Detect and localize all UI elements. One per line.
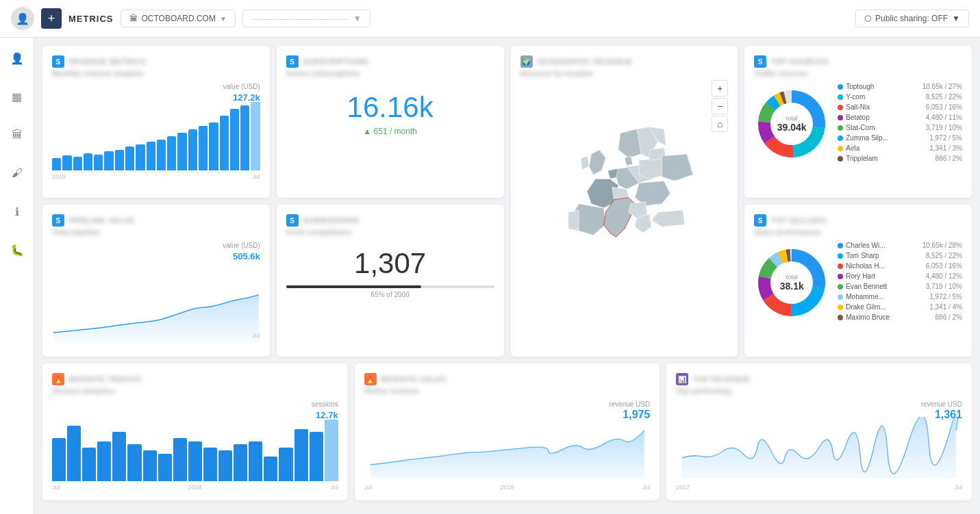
reset-button[interactable]: ⌂: [712, 116, 728, 132]
user-avatar[interactable]: 👤: [11, 7, 34, 30]
sbar-5: [112, 432, 126, 481]
add-button[interactable]: +: [41, 8, 62, 29]
sellers-name-3: Nicholas H...: [846, 262, 922, 270]
legend-item-8: Tripplelam 886 / 2%: [838, 155, 962, 162]
chart-label-top: value (USD): [223, 83, 260, 90]
big-number-subtitle: Active subscriptions: [286, 69, 494, 77]
revenue-bar-chart: value (USD) 127.2k: [52, 81, 260, 170]
pipeline-title: S PIPELINE VALUE: [52, 214, 260, 227]
bar-17: [220, 116, 229, 170]
share-icon: ⬡: [864, 14, 871, 23]
sellers-dot-1: [838, 243, 843, 248]
legend-name-1: Toptough: [846, 83, 919, 90]
sbar-10: [188, 441, 202, 482]
sessions-chart-value: 12.7k: [316, 410, 338, 420]
sellers-legend-item-5: Evan Bennett 3,719 / 10%: [838, 283, 962, 290]
org-dropdown-arrow: ▼: [220, 15, 227, 23]
topbar: 👤 + METRICS 🏛 OCTOBOARD.COM ▼ ——————————…: [0, 0, 980, 38]
sellers-name-5: Evan Bennett: [846, 283, 922, 290]
legend-name-2: Y-com: [846, 93, 922, 101]
big-number-icon: S: [286, 55, 299, 68]
legend-val-2: 8,525 / 22%: [926, 93, 962, 101]
bar-7: [115, 150, 124, 170]
legend-item-4: Betatop 4,480 / 11%: [838, 114, 962, 121]
legend-dot-3: [838, 105, 843, 110]
sbar-2: [67, 426, 81, 481]
legend-dot-8: [838, 156, 843, 162]
bar-9: [136, 144, 145, 170]
revenue-bar-subtitle: Monthly revenue analysis: [52, 69, 260, 77]
filter-dropdown[interactable]: ————————————— ▼: [242, 10, 370, 27]
bar-3: [73, 157, 82, 170]
progress-bar-container: [286, 285, 494, 288]
sidebar-item-info[interactable]: ℹ: [5, 199, 29, 224]
sub-value: 651 / month: [374, 127, 417, 136]
bar-16: [209, 123, 218, 170]
map-icon: 🌍: [520, 55, 533, 68]
sidebar-item-bank[interactable]: 🏛: [5, 123, 29, 147]
pipeline-label-top: value (USD): [223, 242, 260, 249]
donut-top-subtitle: Traffic sources: [754, 69, 962, 77]
chart-value: 127.2k: [233, 92, 260, 103]
sidebar-item-dashboard[interactable]: ▦: [5, 84, 29, 109]
sidebar-item-bug[interactable]: 🐛: [5, 237, 29, 262]
progress-icon: S: [286, 214, 299, 227]
pipeline-subtitle: Total pipeline: [52, 228, 260, 236]
arrow-up-icon: ▲: [363, 127, 371, 136]
sharing-dropdown-arrow: ▼: [952, 14, 960, 23]
legend-item-6: Zumma Silp... 1,972 / 5%: [838, 134, 962, 142]
donut-bottom-title: S TOP SELLERS: [754, 214, 962, 227]
public-sharing-button[interactable]: ⬡ Public sharing: OFF ▼: [855, 10, 969, 27]
bar-10: [147, 142, 155, 170]
donut-top-legend: Toptough 10.65k / 27% Y-com 8,525 / 22% …: [838, 83, 962, 165]
sellers-val-5: 3,719 / 10%: [926, 283, 962, 290]
revenue-area2-title: 📊 TOP REVENUE: [676, 373, 962, 385]
europe-map: [520, 84, 729, 344]
org-label: OCTOBOARD.COM: [142, 14, 216, 23]
bar-6: [104, 151, 113, 170]
legend-name-7: Airla: [846, 144, 927, 152]
sidebar-item-brush[interactable]: 🖌: [5, 161, 29, 185]
org-dropdown[interactable]: 🏛 OCTOBOARD.COM ▼: [121, 10, 236, 27]
sidebar-item-user[interactable]: 👤: [5, 46, 29, 70]
legend-name-3: Salt-Nix: [846, 103, 922, 111]
big-number-value: 16.16k: [286, 91, 494, 124]
donut-bottom-subtitle: Sales performance: [754, 228, 962, 236]
donut-top-center: total 39.04k: [777, 115, 807, 133]
donut-top-card: S TOP SOURCES Traffic sources: [744, 46, 972, 198]
revenue-area2-icon: 📊: [676, 373, 688, 385]
revenue-area2-chart: revenue USD 1,361: [676, 399, 962, 481]
sbar-8: [158, 454, 172, 482]
map-controls[interactable]: + − ⌂: [712, 80, 728, 132]
legend-name-6: Zumma Silp...: [846, 134, 927, 142]
zoom-out-button[interactable]: −: [712, 98, 728, 114]
sellers-dot-7: [838, 305, 843, 310]
sellers-dot-8: [838, 315, 843, 320]
sessions-chart: sessions 12.7k: [52, 399, 338, 481]
donut-bottom-icon: S: [754, 214, 766, 227]
bar-18: [230, 109, 239, 170]
filter-dropdown-arrow: ▼: [353, 14, 362, 23]
legend-val-3: 6,053 / 16%: [926, 103, 962, 111]
progress-subtitle: Form completions: [286, 228, 494, 236]
sellers-val-6: 1,972 / 5%: [929, 293, 962, 300]
legend-val-1: 10.65k / 27%: [922, 83, 962, 90]
legend-item-2: Y-com 8,525 / 22%: [838, 93, 962, 101]
legend-dot-1: [838, 84, 843, 90]
legend-val-5: 3,719 / 10%: [926, 124, 962, 131]
bar-1: [52, 158, 61, 170]
revenue-area1-subtitle: Online revenue: [364, 387, 651, 395]
sellers-dot-5: [838, 284, 843, 290]
sessions-label-top: sessions: [312, 400, 338, 408]
zoom-in-button[interactable]: +: [712, 80, 728, 97]
topbar-right: ⬡ Public sharing: OFF ▼: [855, 10, 969, 27]
bottom-row: 🔥 WEBSITE TRAFFIC Session analytics sess…: [42, 363, 972, 500]
sellers-name-4: Rory Hart: [846, 272, 922, 280]
sellers-name-7: Drake Gilm...: [846, 303, 927, 311]
sbar-11: [203, 448, 217, 482]
sellers-val-7: 1,341 / 4%: [929, 303, 962, 311]
progress-bar-fill: [286, 285, 421, 288]
legend-name-8: Tripplelam: [846, 155, 932, 162]
bar-15: [199, 126, 208, 170]
legend-val-4: 4,480 / 11%: [926, 114, 962, 121]
